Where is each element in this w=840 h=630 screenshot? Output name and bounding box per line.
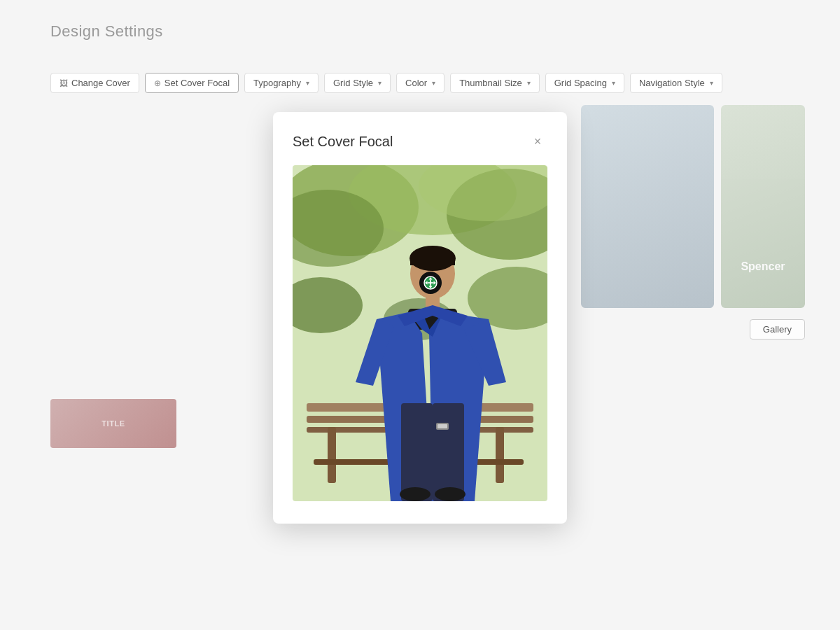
page-title: Design Settings [50,22,163,41]
typography-label: Typography [253,78,301,88]
svg-rect-23 [433,403,464,501]
thumbnail-caret: ▾ [527,79,531,87]
svg-rect-13 [496,427,504,483]
focal-crosshair-icon [423,275,438,290]
bg-card-secondary: Spencer [721,105,805,308]
cover-image[interactable] [293,165,547,501]
grid-style-caret: ▾ [378,79,382,87]
color-button[interactable]: Color ▾ [396,73,444,93]
photo-svg [293,165,547,501]
toolbar: 🖼 Change Cover ⊕ Set Cover Focal Typogra… [0,73,840,93]
modal-close-button[interactable]: × [528,132,547,151]
focal-point-marker[interactable] [419,272,442,294]
set-cover-focal-button[interactable]: ⊕ Set Cover Focal [145,73,239,93]
background-gallery: Spencer Gallery [581,105,805,340]
bg-card-main [581,105,714,308]
modal-title: Set Cover Focal [293,134,393,150]
color-label: Color [405,78,427,88]
svg-point-24 [400,487,430,501]
grid-style-label: Grid Style [333,78,373,88]
svg-rect-22 [401,403,433,501]
navigation-button[interactable]: Navigation Style ▾ [630,73,722,93]
image-icon: 🖼 [59,78,68,88]
navigation-caret: ▾ [710,79,713,87]
grid-spacing-caret: ▾ [612,79,615,87]
change-cover-label: Change Cover [71,78,130,88]
navigation-label: Navigation Style [639,78,705,88]
svg-rect-17 [410,258,455,265]
grid-style-button[interactable]: Grid Style ▾ [324,73,391,93]
svg-rect-35 [427,282,433,284]
set-cover-focal-label: Set Cover Focal [164,78,230,88]
typography-caret: ▾ [306,79,309,87]
modal-header: Set Cover Focal × [293,132,547,151]
focal-icon: ⊕ [154,78,161,88]
svg-rect-27 [438,424,447,428]
thumbnail-size-label: Thumbnail Size [459,78,522,88]
bg-card-group: Spencer [581,105,805,308]
grid-spacing-button[interactable]: Grid Spacing ▾ [545,73,624,93]
small-thumb: TITLE [50,399,176,448]
svg-point-25 [435,487,465,501]
set-cover-focal-modal: Set Cover Focal × [273,112,567,524]
color-caret: ▾ [432,79,435,87]
gallery-button[interactable]: Gallery [750,319,805,340]
change-cover-button[interactable]: 🖼 Change Cover [50,73,139,93]
bg-card-name: Spencer [721,260,805,273]
typography-button[interactable]: Typography ▾ [244,73,318,93]
thumbnail-size-button[interactable]: Thumbnail Size ▾ [450,73,540,93]
svg-rect-12 [328,427,336,483]
grid-spacing-label: Grid Spacing [554,78,607,88]
